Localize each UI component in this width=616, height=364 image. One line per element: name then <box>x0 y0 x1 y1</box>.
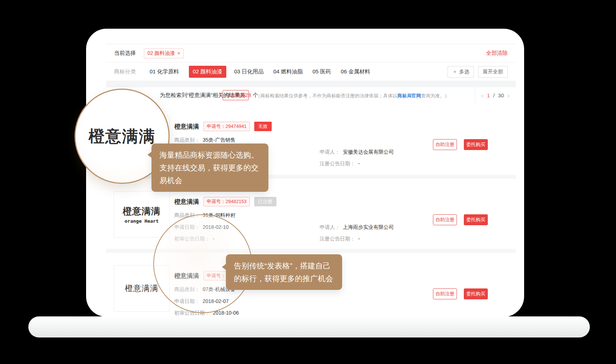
promo-tooltip-storefront: 告别传统“发表格”，搭建自己的标行，获得更多的推广机会 <box>226 254 342 290</box>
laptop-base <box>28 316 590 337</box>
row-actions: 自助注册 委托购买 <box>433 288 488 299</box>
plus-icon: ＋ <box>452 69 457 75</box>
entrust-purchase-button[interactable]: 委托购买 <box>464 139 488 150</box>
filter-card: 当前选择 02 颜料油漆 × 全部清除 商标分类 01 化学原料 02 颜料油漆… <box>106 44 516 81</box>
clear-all-button[interactable]: 全部清除 <box>486 50 508 57</box>
category-item-03[interactable]: 03 日化用品 <box>234 68 264 75</box>
results-summary: 为您检索到“橙意满满”相关的结果共28 个 <box>160 92 258 99</box>
results-count: 28 <box>245 92 251 98</box>
total-pages: 30 <box>498 92 504 98</box>
first-notice-field: 初审公告日期：2018-10-06 <box>174 310 516 316</box>
pagination: ‹ 1 / 30 › <box>475 87 516 104</box>
entrust-purchase-button[interactable]: 委托购买 <box>464 288 488 299</box>
trademark-office-link[interactable]: 商标局官网 <box>397 93 421 98</box>
next-page-icon[interactable]: › <box>507 92 510 99</box>
prev-page-icon[interactable]: ‹ <box>481 92 483 99</box>
self-register-button[interactable]: 自助注册 <box>433 139 457 150</box>
status-badge: 无效 <box>254 122 272 131</box>
current-selection-label: 当前选择 <box>114 50 136 57</box>
trademark-image-text: 橙意满满 <box>123 205 161 217</box>
trademark-image[interactable]: 橙意满满 orange Heart <box>114 191 170 238</box>
self-register-button[interactable]: 自助注册 <box>433 214 457 225</box>
trademark-image-text: 橙意满满 <box>125 283 158 294</box>
remove-tag-icon[interactable]: × <box>177 50 180 56</box>
promo-tooltip-marketplace: 海量精品商标资源随心选购。支持在线交易，获得更多的交易机会 <box>151 143 268 192</box>
category-row: 商标分类 01 化学原料 02 颜料油漆 03 日化用品 04 燃料油脂 05 … <box>106 63 516 81</box>
summary-prefix: 为您检索到“橙意满满”相关的结果共 <box>160 92 245 98</box>
trademark-image-subtext: orange Heart <box>125 218 159 224</box>
status-badge: 已注册 <box>254 197 276 206</box>
application-number-badge: 申请号：29482153 <box>203 197 250 206</box>
category-item-06[interactable]: 06 金属材料 <box>341 68 370 75</box>
category-item-01[interactable]: 01 化学原料 <box>150 68 179 75</box>
applicant-field: 申请人：上海雨步实业有限公司 <box>320 224 394 231</box>
category-item-04[interactable]: 04 燃料油脂 <box>273 68 303 75</box>
expand-all-button[interactable]: 展开全部 <box>478 66 508 78</box>
category-item-02-selected[interactable]: 02 颜料油漆 <box>189 66 226 78</box>
selected-filter-tag[interactable]: 02 颜料油漆 × <box>144 48 184 58</box>
results-header: 为您检索到“橙意满满”相关的结果共28 个 导出商标 （商标检索结果仅供参考，不… <box>106 87 516 104</box>
summary-suffix: 个 <box>251 92 258 98</box>
current-page: 1 <box>487 92 490 98</box>
row-actions: 自助注册 委托购买 <box>433 139 488 150</box>
multi-select-label: 多选 <box>459 69 469 75</box>
application-number-badge: 申请号：29474941 <box>203 122 250 131</box>
current-selection-row: 当前选择 02 颜料油漆 × 全部清除 <box>106 44 516 62</box>
selected-filter-tag-text: 02 颜料油漆 <box>147 50 175 57</box>
category-actions: ＋ 多选 展开全部 <box>447 66 508 78</box>
reg-notice-field: 注册公告日期：- <box>320 236 360 242</box>
self-register-button[interactable]: 自助注册 <box>433 288 457 299</box>
disclaimer-text: （商标检索结果仅供参考，不作为商标能否注册的法律依据；具体以商标局官网查询为准。… <box>256 93 449 99</box>
entrust-purchase-button[interactable]: 委托购买 <box>464 214 488 225</box>
row-actions: 自助注册 委托购买 <box>433 214 488 225</box>
trademark-title-line: 橙意满满 申请号：29482153 已注册 <box>174 197 276 206</box>
multi-select-button[interactable]: ＋ 多选 <box>447 66 474 78</box>
magnified-trademark-text: 橙意满满 <box>89 126 155 147</box>
trademark-name[interactable]: 橙意满满 <box>174 122 199 131</box>
trademark-name[interactable]: 橙意满满 <box>174 198 199 206</box>
category-label: 商标分类 <box>114 68 136 75</box>
reg-notice-field: 注册公告日期：- <box>320 161 360 167</box>
applicant-field: 申请人：安徽美达会展有限公司 <box>320 149 394 155</box>
trademark-title-line: 橙意满满 申请号：29474941 无效 <box>174 122 272 131</box>
page-separator: / <box>493 92 495 98</box>
category-item-05[interactable]: 05 医药 <box>312 68 331 75</box>
